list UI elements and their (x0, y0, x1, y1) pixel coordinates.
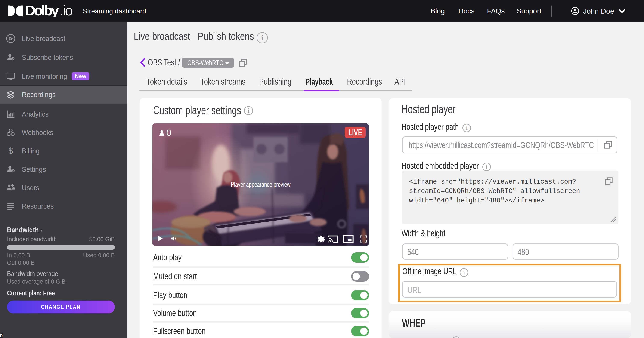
svg-text:Dolby: Dolby (25, 5, 59, 17)
svg-text:.io: .io (60, 5, 73, 17)
